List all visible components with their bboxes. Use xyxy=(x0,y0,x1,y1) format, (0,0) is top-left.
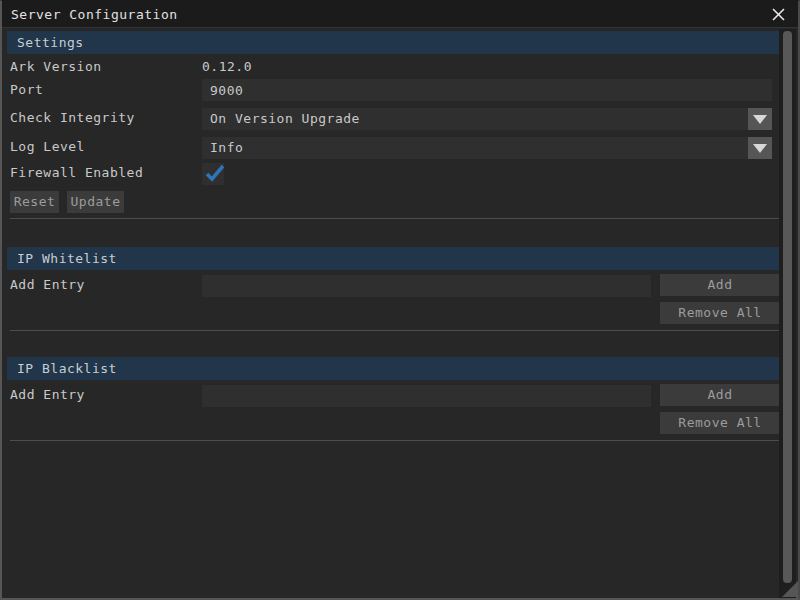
port-input[interactable] xyxy=(202,79,772,101)
titlebar: Server Configuration xyxy=(2,1,798,28)
firewall-enabled-label: Firewall Enabled xyxy=(10,165,143,180)
firewall-enabled-checkbox[interactable] xyxy=(202,163,224,185)
check-integrity-dropdown[interactable]: On Version Upgrade xyxy=(202,108,772,130)
blacklist-remove-all-button[interactable]: Remove All xyxy=(660,412,780,434)
ark-version-value: 0.12.0 xyxy=(202,59,252,74)
whitelist-add-entry-input[interactable] xyxy=(202,275,651,297)
chevron-down-icon xyxy=(753,115,767,124)
log-level-dropdown[interactable]: Info xyxy=(202,137,772,159)
divider xyxy=(10,440,781,441)
blacklist-add-entry-label: Add Entry xyxy=(10,387,85,402)
blacklist-add-button[interactable]: Add xyxy=(660,384,780,406)
vertical-scrollbar[interactable] xyxy=(779,29,796,598)
check-integrity-selected-value: On Version Upgrade xyxy=(210,111,360,126)
divider xyxy=(10,218,781,219)
whitelist-remove-all-button[interactable]: Remove All xyxy=(660,302,780,324)
log-level-label: Log Level xyxy=(10,139,85,154)
divider xyxy=(10,330,781,331)
log-level-dropdown-button[interactable] xyxy=(748,137,772,159)
ark-version-label: Ark Version xyxy=(10,59,102,74)
log-level-selected-value: Info xyxy=(210,140,243,155)
dialog-content: Settings Ark Version 0.12.0 Port Check I… xyxy=(2,29,780,598)
close-icon xyxy=(771,7,786,22)
section-header-settings: Settings xyxy=(7,31,781,54)
scrollbar-thumb[interactable] xyxy=(783,31,792,583)
reset-button[interactable]: Reset xyxy=(10,191,59,213)
section-header-ip-whitelist: IP Whitelist xyxy=(7,247,781,270)
check-integrity-dropdown-button[interactable] xyxy=(748,108,772,130)
window-title: Server Configuration xyxy=(11,7,178,22)
whitelist-add-entry-label: Add Entry xyxy=(10,277,85,292)
section-header-ip-blacklist: IP Blacklist xyxy=(7,357,781,380)
check-integrity-label: Check Integrity xyxy=(10,110,135,125)
checkmark-icon xyxy=(201,160,227,186)
port-label: Port xyxy=(10,82,43,97)
update-button[interactable]: Update xyxy=(67,191,124,213)
close-button[interactable] xyxy=(766,4,790,25)
whitelist-add-button[interactable]: Add xyxy=(660,274,780,296)
blacklist-add-entry-input[interactable] xyxy=(202,385,651,407)
server-configuration-window: Server Configuration Settings Ark Versio… xyxy=(0,0,800,600)
chevron-down-icon xyxy=(753,144,767,153)
resize-grip[interactable] xyxy=(782,581,798,597)
